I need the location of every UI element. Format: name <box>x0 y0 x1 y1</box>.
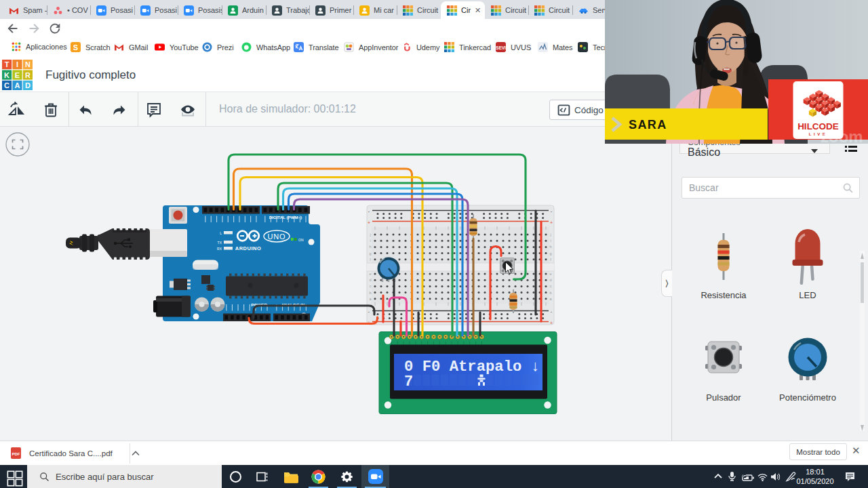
svg-text:I: I <box>16 60 18 68</box>
svg-text:7: 7 <box>404 373 413 390</box>
svg-text:TX: TX <box>218 241 222 245</box>
svg-text:c: c <box>550 284 552 288</box>
svg-text:SARA: SARA <box>629 118 667 131</box>
svg-text:C: C <box>4 81 9 89</box>
svg-text:N: N <box>25 60 31 68</box>
svg-text:zoom: zoom <box>821 127 863 144</box>
svg-text:e: e <box>549 272 551 276</box>
svg-text:E: E <box>15 71 20 79</box>
svg-text:ON: ON <box>298 238 304 242</box>
svg-text:b: b <box>369 291 371 295</box>
svg-text:+: + <box>368 220 370 225</box>
svg-text:h: h <box>369 245 371 249</box>
svg-text:b: b <box>549 291 551 295</box>
svg-text:+: + <box>550 220 553 225</box>
svg-text:h: h <box>549 245 551 249</box>
svg-text:g: g <box>369 251 371 256</box>
svg-text:D: D <box>25 81 31 89</box>
svg-text:j: j <box>369 232 370 237</box>
svg-text:SEVI: SEVI <box>496 45 506 50</box>
svg-text:L: L <box>220 231 222 235</box>
svg-text:R: R <box>25 71 31 79</box>
svg-text:d: d <box>369 278 371 282</box>
svg-text:T: T <box>5 60 9 68</box>
svg-text:0 F0 Atrapalo ↓: 0 F0 Atrapalo ↓ <box>404 359 540 375</box>
svg-text:d: d <box>549 278 551 282</box>
svg-text:e: e <box>369 272 371 276</box>
svg-text:c: c <box>370 284 372 288</box>
svg-text:j: j <box>549 232 551 237</box>
svg-text:+: + <box>550 321 553 325</box>
svg-text:i: i <box>370 239 370 243</box>
svg-text:i: i <box>550 239 551 243</box>
svg-text:A: A <box>15 81 20 89</box>
svg-text:ARDUINO: ARDUINO <box>235 245 262 251</box>
svg-text:RX: RX <box>217 247 222 251</box>
svg-text:DIGITAL (PWM~): DIGITAL (PWM~) <box>269 215 302 220</box>
svg-text:UNO: UNO <box>268 232 286 241</box>
svg-text:K: K <box>4 71 9 79</box>
svg-text:g: g <box>549 251 551 256</box>
svg-text:PDF: PDF <box>12 452 20 456</box>
svg-text:S: S <box>73 43 78 52</box>
